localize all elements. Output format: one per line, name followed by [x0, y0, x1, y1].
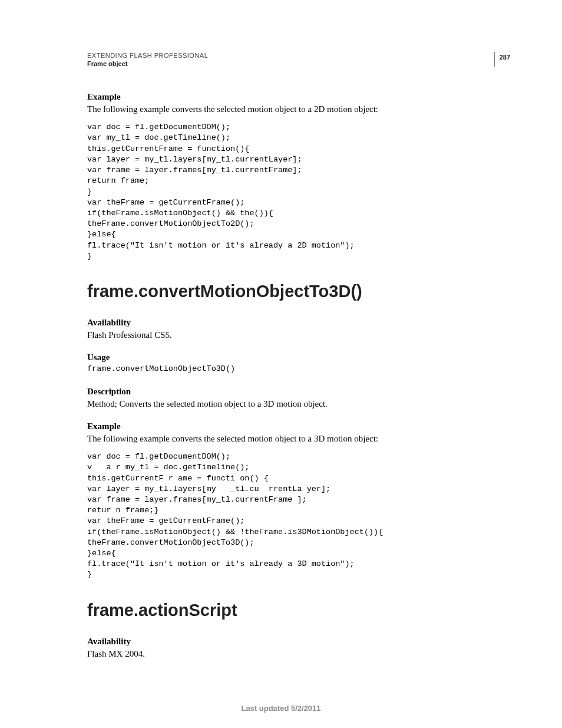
description-text: Method; Converts the selected motion obj… [87, 398, 503, 410]
example-block-2d: Example The following example converts t… [87, 92, 503, 262]
example-intro: The following example converts the selec… [87, 433, 503, 444]
example-intro: The following example converts the selec… [87, 103, 503, 115]
footer-last-updated: Last updated 5/2/2011 [0, 704, 562, 713]
code-example-2d: var doc = fl.getDocumentDOM(); var my_tl… [87, 122, 503, 262]
usage-block: Usage frame.convertMotionObjectTo3D() [87, 353, 503, 374]
page-number: 287 [494, 52, 510, 67]
usage-code: frame.convertMotionObjectTo3D() [87, 364, 503, 374]
availability-text: Flash MX 2004. [87, 648, 503, 660]
example-heading: Example [87, 421, 503, 431]
availability-block-2: Availability Flash MX 2004. [87, 637, 503, 660]
method-title-3d: frame.convertMotionObjectTo3D() [87, 282, 503, 301]
availability-heading: Availability [87, 318, 503, 328]
example-block-3d: Example The following example converts t… [87, 421, 503, 581]
example-heading: Example [87, 92, 503, 102]
availability-heading: Availability [87, 637, 503, 647]
header-book-title: EXTENDING FLASH PROFESSIONAL [87, 52, 503, 59]
availability-block: Availability Flash Professional CS5. [87, 318, 503, 341]
availability-text: Flash Professional CS5. [87, 329, 503, 341]
header-chapter-title: Frame object [87, 60, 503, 67]
running-header: EXTENDING FLASH PROFESSIONAL Frame objec… [87, 52, 503, 67]
usage-heading: Usage [87, 353, 503, 363]
description-block: Description Method; Converts the selecte… [87, 387, 503, 410]
code-example-3d: var doc = fl.getDocumentDOM(); v a r my_… [87, 452, 503, 581]
page: 287 EXTENDING FLASH PROFESSIONAL Frame o… [0, 0, 562, 728]
property-title-actionscript: frame.actionScript [87, 601, 503, 620]
description-heading: Description [87, 387, 503, 397]
